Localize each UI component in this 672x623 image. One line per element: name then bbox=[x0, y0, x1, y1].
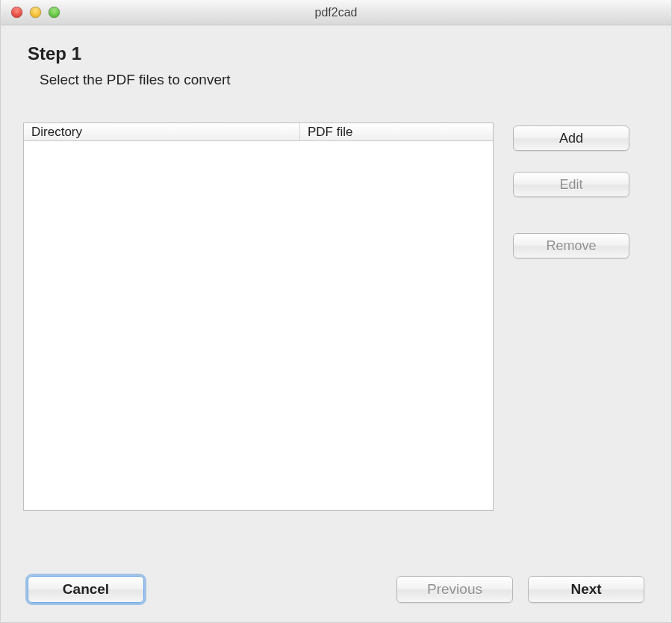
minimize-window-button[interactable] bbox=[30, 7, 41, 18]
main-row: Directory PDF file Add Edit Remove bbox=[23, 123, 649, 536]
step-title: Step 1 bbox=[28, 43, 644, 64]
add-button[interactable]: Add bbox=[513, 125, 629, 151]
next-button[interactable]: Next bbox=[528, 576, 644, 603]
step-description: Select the PDF files to convert bbox=[40, 72, 649, 88]
app-window: pdf2cad Step 1 Select the PDF files to c… bbox=[0, 0, 672, 623]
edit-button: Edit bbox=[513, 172, 629, 197]
table-body-empty[interactable] bbox=[24, 141, 493, 510]
window-title: pdf2cad bbox=[1, 6, 671, 19]
side-buttons: Add Edit Remove bbox=[513, 123, 629, 536]
close-window-button[interactable] bbox=[11, 7, 22, 18]
wizard-content: Step 1 Select the PDF files to convert D… bbox=[1, 25, 671, 622]
remove-button: Remove bbox=[513, 233, 629, 258]
traffic-lights bbox=[1, 7, 60, 18]
table-header: Directory PDF file bbox=[24, 123, 493, 141]
file-list-table[interactable]: Directory PDF file bbox=[23, 123, 494, 511]
cancel-button[interactable]: Cancel bbox=[28, 576, 144, 603]
zoom-window-button[interactable] bbox=[49, 7, 60, 18]
column-header-pdffile[interactable]: PDF file bbox=[300, 123, 493, 140]
wizard-footer: Cancel Previous Next bbox=[23, 576, 649, 604]
titlebar: pdf2cad bbox=[1, 0, 671, 25]
footer-right: Previous Next bbox=[396, 576, 644, 603]
column-header-directory[interactable]: Directory bbox=[24, 123, 300, 140]
previous-button: Previous bbox=[396, 576, 513, 603]
